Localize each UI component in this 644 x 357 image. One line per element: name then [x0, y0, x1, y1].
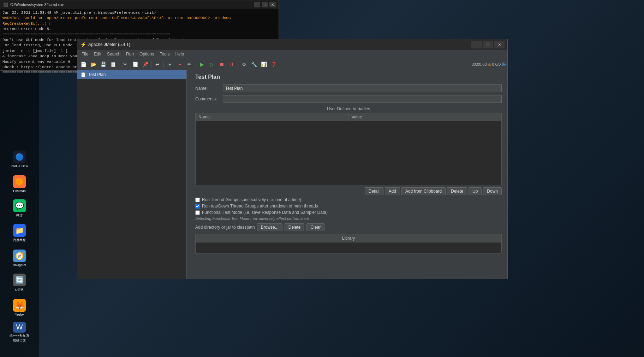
cmd-line: WARNING: Could not open/create prefs roo…: [2, 16, 276, 27]
jmeter-title-area: ⚡ Apache JMeter (5.4.1): [80, 42, 130, 47]
baidu-icon[interactable]: 📁百度网盘: [9, 223, 30, 244]
toolbar-help[interactable]: ❓: [269, 60, 278, 69]
status-time: 00:00:00: [472, 62, 487, 66]
section-title-variables: User Defined Variables: [195, 106, 502, 111]
th-value: Value: [349, 113, 502, 121]
run-teardown-checkbox[interactable]: [195, 204, 200, 209]
toolbar-paste[interactable]: 📌: [141, 60, 150, 69]
firefox-icon-label: Firefox: [14, 313, 24, 316]
tree-item-test-plan[interactable]: 📋 Test Plan: [77, 70, 186, 79]
menu-item-search[interactable]: Search: [104, 51, 123, 57]
cmd-title: ⬛ C:\Windows\system32\cmd.exe: [3, 2, 64, 7]
comments-label: Comments:: [195, 96, 220, 101]
browse-button[interactable]: Browse...: [257, 223, 282, 231]
maximize-button[interactable]: □: [483, 41, 493, 48]
toolbar-stop[interactable]: ⏹: [217, 60, 226, 69]
th-name: Name:: [196, 113, 349, 121]
toolbar-save[interactable]: 💾: [99, 60, 108, 69]
menu-item-options[interactable]: Options: [137, 51, 157, 57]
cmd-controls: — □ ✕: [254, 2, 276, 7]
status-errors: 0 0/0: [492, 62, 501, 66]
toolbar-copy[interactable]: 📑: [131, 60, 140, 69]
jmeter-right-panel: Test Plan Name: Comments: User Defined V…: [190, 70, 507, 279]
table-empty-area: [196, 121, 501, 185]
down-button[interactable]: Down: [483, 187, 502, 195]
cmd-line: Jun 22, 2021 11:53:48 AM java.util.prefs…: [2, 10, 276, 16]
toolbar-cut[interactable]: ✂: [121, 60, 130, 69]
variables-table-area: Name: Value: [195, 113, 502, 185]
toolbar-run-no-pause[interactable]: ▷: [207, 60, 216, 69]
tree-item-icon: 📋: [80, 72, 86, 77]
tree-item-label: Test Plan: [88, 72, 106, 77]
firefox-icon[interactable]: 🦊Firefox: [9, 297, 30, 318]
cmd-title-text: C:\Windows\system32\cmd.exe: [10, 2, 64, 7]
classpath-delete-button[interactable]: Delete: [285, 223, 305, 231]
toolbar-remote[interactable]: 🔧: [249, 60, 258, 69]
jmeter-titlebar: ⚡ Apache JMeter (5.4.1) — □ ✕: [77, 39, 507, 50]
cmd-titlebar: ⬛ C:\Windows\system32\cmd.exe — □ ✕: [0, 0, 279, 9]
toolbar-undo[interactable]: ↩: [153, 60, 162, 69]
menu-item-edit[interactable]: Edit: [91, 51, 104, 57]
clear-button[interactable]: Clear: [306, 223, 324, 231]
wechat-icon[interactable]: 💬微信: [9, 198, 30, 219]
panel-title: Test Plan: [195, 74, 502, 80]
add-button[interactable]: Add: [385, 187, 400, 195]
up-button[interactable]: Up: [469, 187, 482, 195]
add-from-clipboard-button[interactable]: Add from Clipboard: [401, 187, 446, 195]
postman-icon[interactable]: 🟠Postman: [9, 173, 30, 194]
delete-button[interactable]: Delete: [447, 187, 467, 195]
window-controls: — □ ✕: [471, 41, 505, 48]
baidu-icon-img: 📁: [13, 224, 26, 237]
navigator-icon[interactable]: 🧭Navigator: [9, 247, 30, 269]
ipswitch-icon[interactable]: 🔄ip切换: [9, 272, 30, 293]
toolbar-remove[interactable]: −: [175, 60, 184, 69]
run-consecutive-checkbox[interactable]: [195, 198, 200, 202]
cmd-maximize-btn[interactable]: □: [262, 2, 268, 7]
navigator-icon-img: 🧭: [13, 250, 26, 262]
minimize-button[interactable]: —: [471, 41, 482, 48]
idea-icon-img: 🔵: [13, 151, 26, 163]
idea-icon[interactable]: 🔵IntelliJ IDEA: [9, 148, 30, 170]
toolbar-settings[interactable]: ⚙: [239, 60, 249, 69]
toolbar-log[interactable]: 📊: [259, 60, 268, 69]
tree-splitter[interactable]: ⋮: [187, 70, 190, 279]
library-table: Library: [195, 234, 502, 253]
postman-icon-label: Postman: [13, 189, 26, 193]
idea-icon-label: IntelliJ IDEA: [11, 164, 28, 168]
navigator-icon-label: Navigator: [13, 263, 26, 267]
functional-mode-checkbox[interactable]: [195, 210, 200, 215]
jmeter-window: ⚡ Apache JMeter (5.4.1) — □ ✕ FileEditSe…: [77, 39, 508, 279]
run-consecutive-label: Run Thread Groups consecutively (i.e. on…: [202, 197, 301, 202]
word-icon[interactable]: W统一业务办 系统接口文: [9, 322, 30, 343]
toolbar-new[interactable]: 📄: [79, 60, 88, 69]
name-row: Name:: [195, 84, 502, 92]
toolbar-add[interactable]: +: [165, 60, 174, 69]
toolbar-open[interactable]: 📂: [89, 60, 98, 69]
cmd-minimize-btn[interactable]: —: [254, 2, 260, 7]
jmeter-toolbar: 📄 📂 💾 📋 ✂ 📑 📌 ↩ + − ✏ ▶ ▷ ⏹ ⏸ ⚙ 🔧 📊 ❓ 00…: [77, 58, 507, 70]
cmd-line: eturned error code 5.: [2, 27, 276, 32]
detail-button[interactable]: Detail: [365, 187, 383, 195]
toolbar-run[interactable]: ▶: [197, 60, 207, 69]
status-warning-icon: ⚠: [488, 62, 491, 67]
toolbar-save-as[interactable]: 📋: [108, 60, 118, 69]
checkbox-run-consecutive: Run Thread Groups consecutively (i.e. on…: [195, 197, 502, 202]
toolbar-toggle[interactable]: ✏: [185, 60, 194, 69]
classpath-label: Add directory or jar to classpath: [195, 225, 255, 230]
word-icon-label: 统一业务办 系统接口文: [9, 334, 30, 343]
close-button[interactable]: ✕: [494, 41, 505, 48]
menu-item-run[interactable]: Run: [123, 51, 137, 57]
jmeter-main: 📋 Test Plan ⋮ Test Plan Name: Comments: …: [77, 70, 507, 279]
menu-item-tools[interactable]: Tools: [157, 51, 172, 57]
menu-item-file[interactable]: File: [79, 51, 91, 57]
jmeter-menubar: FileEditSearchRunOptionsToolsHelp: [77, 50, 507, 58]
cmd-close-btn[interactable]: ✕: [269, 2, 276, 7]
menu-item-help[interactable]: Help: [172, 51, 187, 57]
toolbar-shutdown[interactable]: ⏸: [227, 60, 236, 69]
comments-input[interactable]: [223, 95, 502, 103]
functional-note: Selecting Functional Test Mode may adver…: [195, 216, 502, 221]
wechat-icon-img: 💬: [13, 199, 26, 212]
checkbox-functional-mode: Functional Test Mode (i.e. save Response…: [195, 210, 502, 215]
name-input[interactable]: [223, 84, 502, 92]
ipswitch-icon-label: ip切换: [15, 287, 24, 292]
